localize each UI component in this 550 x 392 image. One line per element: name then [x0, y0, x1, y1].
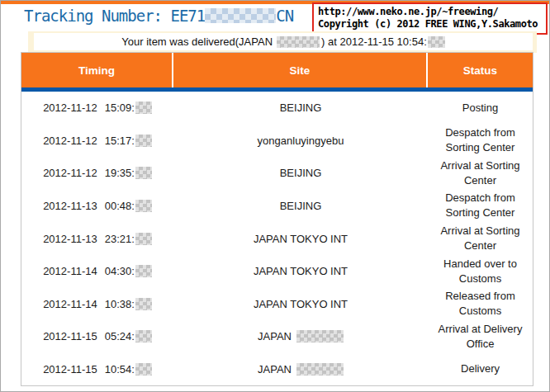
delivery-message-part1: Your item was delivered(JAPAN	[121, 35, 273, 48]
status-text: Despatch from Sorting Center	[434, 191, 526, 220]
timing-date: 2012-11-15	[43, 363, 97, 375]
site-cell: JAPAN TOKYO INT	[173, 287, 428, 320]
timing-time: 15:09:	[105, 102, 135, 114]
site-name: BEIJING	[280, 102, 322, 114]
timing-seconds-redacted-blur	[135, 200, 152, 212]
status-cell: Despatch from Sorting Center	[428, 190, 533, 223]
status-text: Despatch from Sorting Center	[434, 125, 526, 155]
timing-date: 2012-11-15	[43, 330, 97, 342]
site-name: JAPAN TOKYO INT	[254, 265, 348, 277]
timing-date: 2012-11-12	[43, 167, 97, 179]
copyright-url-link[interactable]: http://www.neko.ne.jp/~freewing/	[318, 6, 542, 18]
site-cell: JAPAN	[173, 320, 428, 353]
table-row: 2012-11-1215:17: yonganluyingyebu Despat…	[21, 125, 533, 158]
timing-seconds-redacted-blur	[135, 265, 152, 277]
timing-time: 10:54:	[105, 363, 135, 375]
site-cell: yonganluyingyebu	[173, 125, 428, 158]
status-text: Posting	[462, 101, 498, 116]
timing-date: 2012-11-13	[43, 200, 97, 212]
table-row: 2012-11-1300:48: BEIJING Despatch from S…	[21, 190, 533, 223]
tracking-number-redacted-blur	[205, 8, 276, 23]
table-row: 2012-11-1323:21: JAPAN TOKYO INT Arrival…	[21, 222, 533, 255]
timing-time: 23:21:	[105, 233, 135, 245]
delivery-message: Your item was delivered(JAPAN ) at 2012-…	[34, 33, 533, 50]
timing-seconds-redacted-blur	[135, 167, 152, 179]
timing-date: 2012-11-13	[43, 233, 97, 245]
site-cell: JAPAN TOKYO INT	[173, 222, 428, 255]
table-row: 2012-11-1215:09: BEIJING Posting	[21, 92, 533, 125]
status-cell: Arrival at Sorting Center	[428, 222, 533, 255]
site-cell: BEIJING	[173, 157, 428, 190]
delivery-message-part2: ) at 2012-11-15 10:54:	[321, 35, 427, 48]
status-cell: Handed over to Customs	[428, 255, 533, 288]
timing-time: 15:17:	[105, 135, 135, 147]
timing-cell: 2012-11-1215:09:	[21, 92, 173, 125]
status-cell: Arrival at Delivery Office	[428, 320, 533, 353]
status-text: Arrival at Delivery Office	[434, 322, 526, 352]
table-row: 2012-11-1410:38: JAPAN TOKYO INT Release…	[21, 287, 533, 320]
tracking-number-prefix: EE71	[170, 7, 205, 25]
timing-seconds-redacted-blur	[135, 233, 152, 245]
table-row: 2012-11-1505:24: JAPAN Arrival at Delive…	[21, 320, 533, 353]
timing-date: 2012-11-12	[43, 135, 97, 147]
status-text: Arrival at Sorting Center	[434, 158, 526, 188]
timing-seconds-redacted-blur	[135, 135, 152, 147]
table-row: 2012-11-1404:30: JAPAN TOKYO INT Handed …	[21, 255, 533, 288]
site-name: JAPAN TOKYO INT	[254, 233, 348, 245]
timing-time: 00:48:	[105, 200, 135, 212]
timing-cell: 2012-11-1323:21:	[21, 222, 173, 255]
timing-seconds-redacted-blur	[135, 102, 152, 114]
timing-cell: 2012-11-1510:54:	[21, 353, 173, 386]
copyright-box: http://www.neko.ne.jp/~freewing/ Copyrig…	[312, 2, 548, 35]
status-cell: Arrival at Sorting Center	[428, 157, 533, 190]
status-cell: Despatch from Sorting Center	[428, 125, 533, 158]
status-text: Handed over to Customs	[434, 257, 526, 286]
timing-time: 10:38:	[105, 298, 135, 310]
status-cell: Released from Customs	[428, 287, 533, 320]
site-cell: BEIJING	[173, 190, 428, 223]
tracking-table: Timing Site Status 2012-11-1215:09: BEIJ…	[21, 52, 533, 386]
delivery-seconds-redacted-blur	[428, 36, 445, 48]
timing-time: 19:35:	[105, 167, 135, 179]
site-cell: BEIJING	[173, 92, 428, 125]
site-cell: JAPAN	[173, 353, 428, 386]
timing-cell: 2012-11-1410:38:	[21, 287, 173, 320]
timing-seconds-redacted-blur	[135, 363, 152, 375]
site-name: JAPAN	[258, 330, 292, 342]
table-body: 2012-11-1215:09: BEIJING Posting 2012-11…	[21, 92, 533, 385]
site-name: BEIJING	[280, 200, 322, 212]
site-name: JAPAN TOKYO INT	[254, 298, 348, 310]
copyright-text: Copyright (c) 2012 FREE WING,Y.Sakamoto	[318, 18, 542, 31]
table-row: 2012-11-1510:54: JAPAN Delivery	[21, 353, 533, 386]
delivery-message-band: Your item was delivered(JAPAN ) at 2012-…	[28, 31, 537, 53]
site-name: yonganluyingyebu	[258, 135, 344, 147]
delivery-site-redacted-blur	[277, 36, 320, 48]
timing-time: 04:30:	[105, 265, 135, 277]
tracking-number-label: Tracking Number:	[24, 7, 170, 25]
timing-cell: 2012-11-1215:17:	[21, 125, 173, 158]
column-header-timing: Timing	[21, 53, 173, 87]
status-text: Released from Customs	[434, 289, 526, 319]
timing-cell: 2012-11-1219:35:	[21, 157, 173, 190]
table-row: 2012-11-1219:35: BEIJING Arrival at Sort…	[21, 157, 533, 190]
site-redacted-blur	[296, 330, 344, 342]
table-header-row: Timing Site Status	[21, 53, 533, 87]
site-name: JAPAN	[258, 363, 292, 375]
status-cell: Delivery	[428, 353, 533, 386]
timing-cell: 2012-11-1404:30:	[21, 255, 173, 288]
status-text: Delivery	[461, 361, 500, 376]
timing-cell: 2012-11-1505:24:	[21, 320, 173, 353]
timing-seconds-redacted-blur	[135, 298, 152, 310]
column-header-site: Site	[173, 53, 428, 87]
site-cell: JAPAN TOKYO INT	[173, 255, 428, 288]
timing-cell: 2012-11-1300:48:	[21, 190, 173, 223]
timing-seconds-redacted-blur	[135, 330, 152, 342]
timing-time: 05:24:	[105, 330, 135, 342]
timing-date: 2012-11-14	[43, 265, 97, 277]
column-header-status: Status	[428, 53, 533, 87]
status-cell: Posting	[428, 92, 533, 125]
timing-date: 2012-11-12	[43, 102, 97, 114]
status-text: Arrival at Sorting Center	[434, 224, 526, 253]
tracking-number-suffix: CN	[276, 7, 293, 25]
tracking-page: Tracking Number: EE71CN http://www.neko.…	[0, 0, 550, 392]
